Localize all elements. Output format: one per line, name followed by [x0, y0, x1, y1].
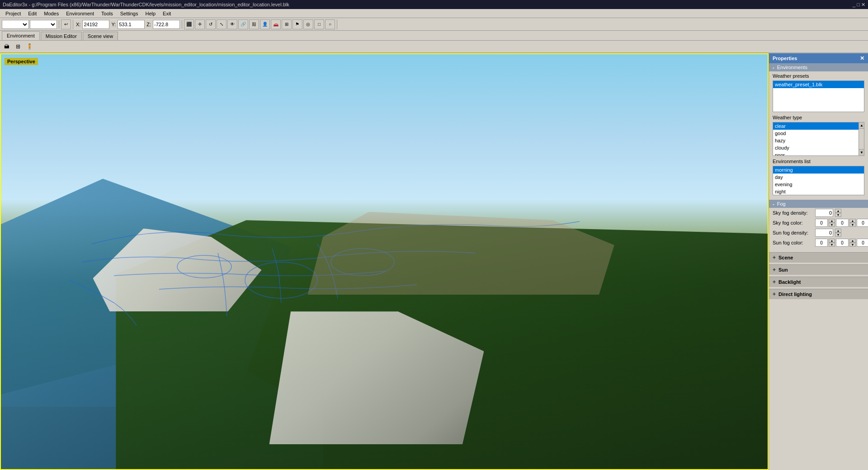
sun-fog-density-up[interactable]: ▲ [835, 229, 841, 233]
sun-fog-r-down[interactable]: ▼ [829, 243, 835, 247]
select-tool-btn[interactable]: ⬛ [184, 19, 194, 29]
sky-fog-density-up[interactable]: ▲ [835, 209, 841, 213]
sun-plus-icon: + [773, 267, 776, 273]
environments-list-label: Environments list [769, 157, 868, 165]
weather-type-scroll-down[interactable]: ▼ [859, 149, 864, 155]
undo-btn[interactable]: ↩ [61, 19, 71, 29]
menu-settings[interactable]: Settings [117, 10, 142, 17]
circle-btn[interactable]: ○ [325, 19, 335, 29]
flag-btn[interactable]: ⚑ [292, 19, 302, 29]
sky-fog-density-down[interactable]: ▼ [835, 213, 841, 217]
menu-environment[interactable]: Environment [62, 10, 98, 17]
x-input[interactable] [82, 20, 109, 29]
menu-tools[interactable]: Tools [98, 10, 117, 17]
toolbar-select[interactable] [2, 20, 29, 29]
backlight-section[interactable]: + Backlight [769, 277, 868, 287]
env-evening[interactable]: evening [773, 181, 864, 188]
person-btn[interactable]: 👤 [260, 19, 270, 29]
weather-type-hazy[interactable]: hazy [773, 137, 859, 144]
toolbar-select2[interactable] [30, 20, 57, 29]
rotate-tool-btn[interactable]: ↺ [206, 19, 216, 29]
environments-list[interactable]: morning day evening night [773, 166, 864, 195]
tab-scene-view[interactable]: Scene view [83, 32, 118, 40]
sun-fog-density-input[interactable] [815, 229, 833, 237]
sun-fog-g-down[interactable]: ▼ [849, 243, 856, 247]
viewport[interactable]: Perspective [0, 53, 769, 470]
weather-type-good[interactable]: good [773, 130, 859, 137]
maximize-btn[interactable]: □ [857, 2, 860, 7]
fog-section-label: Fog [777, 201, 786, 207]
menu-edit[interactable]: Edit [24, 10, 40, 17]
scene-section[interactable]: + Scene [769, 252, 868, 263]
y-label: Y: [110, 22, 117, 27]
sky-fog-density-input[interactable] [815, 209, 833, 217]
main-content: Perspective Properties ✕ - Environments … [0, 53, 868, 470]
sun-fog-g[interactable] [836, 239, 849, 247]
sun-section[interactable]: + Sun [769, 264, 868, 275]
backlight-plus-icon: + [773, 279, 776, 285]
weather-type-clear[interactable]: clear [773, 122, 859, 130]
environments-section-header[interactable]: - Environments [769, 63, 868, 71]
menu-help[interactable]: Help [142, 10, 159, 17]
sky-fog-density-spin: ▲ ▼ [835, 209, 841, 217]
fog-collapse-btn[interactable]: - [773, 201, 774, 207]
minimize-btn[interactable]: _ [853, 2, 855, 7]
link-btn[interactable]: 🔗 [238, 19, 248, 29]
tab-mission-editor[interactable]: Mission Editor [41, 32, 82, 40]
menu-modes[interactable]: Modes [40, 10, 62, 17]
sky-fog-b[interactable] [857, 219, 868, 227]
env-morning[interactable]: morning [773, 166, 864, 174]
panel-title: Properties [773, 56, 797, 61]
z-input[interactable] [153, 20, 180, 29]
env-day[interactable]: day [773, 174, 864, 181]
close-btn[interactable]: ✕ [861, 2, 865, 7]
weather-type-scroll-up[interactable]: ▲ [859, 122, 864, 129]
sun-fog-r[interactable] [815, 239, 828, 247]
weather-type-cloudy[interactable]: cloudy [773, 144, 859, 151]
weather-presets-label: Weather presets [769, 71, 868, 80]
sky-fog-g-up[interactable]: ▲ [849, 219, 856, 223]
icon-toolbar: 🏔 ⊞ 🧍 [0, 41, 868, 53]
toolbar-select-group [2, 20, 59, 29]
sun-fog-density-down[interactable]: ▼ [835, 233, 841, 237]
landscape-icon-btn[interactable]: 🏔 [2, 42, 12, 52]
car-btn[interactable]: 🚗 [271, 19, 281, 29]
unlink-btn[interactable]: ⛓ [249, 19, 259, 29]
eye-tool-btn[interactable]: 👁 [227, 19, 237, 29]
box-btn[interactable]: □ [314, 19, 324, 29]
sun-fog-density-label: Sun fog density: [773, 230, 813, 235]
sky-fog-r-up[interactable]: ▲ [829, 219, 835, 223]
sun-fog-r-up[interactable]: ▲ [829, 239, 835, 243]
sky-fog-g[interactable] [836, 219, 849, 227]
panel-header: Properties ✕ [769, 53, 868, 63]
sky-fog-g-down[interactable]: ▼ [849, 223, 856, 227]
target-btn[interactable]: ◎ [303, 19, 313, 29]
sky-fog-r[interactable] [815, 219, 828, 227]
sky-fog-density-label: Sky fog density: [773, 210, 813, 216]
weather-preset-item-0[interactable]: weather_preset_1.blk [773, 81, 864, 88]
environments-collapse-btn[interactable]: - [773, 65, 774, 70]
tab-environment[interactable]: Environment [2, 31, 40, 40]
panel-close-btn[interactable]: ✕ [860, 55, 864, 61]
y-input[interactable] [118, 20, 145, 29]
weather-type-list[interactable]: clear good hazy cloudy poor blind ▲ ▼ [773, 122, 864, 156]
grid-icon-btn[interactable]: ⊞ [13, 42, 23, 52]
direct-lighting-section[interactable]: + Direct lighting [769, 289, 868, 299]
fog-section-header[interactable]: - Fog [769, 200, 868, 208]
scene-section-label: Scene [778, 255, 793, 260]
weather-type-poor[interactable]: poor [773, 151, 859, 155]
sun-fog-color-inputs: ▲ ▼ ▲ ▼ ▲ ▼ [815, 239, 868, 247]
scale-tool-btn[interactable]: ⤡ [217, 19, 226, 29]
move-tool-btn[interactable]: ✛ [195, 19, 205, 29]
title-text: DaEditor3x - g:/Program Files (x86)/WarT… [3, 2, 289, 7]
person-icon-btn[interactable]: 🧍 [24, 42, 34, 52]
toolbar: ↩ X: Y: Z: ⬛ ✛ ↺ ⤡ 👁 🔗 ⛓ 👤 🚗 ⊞ ⚑ ◎ □ ○ [0, 18, 868, 31]
weather-presets-list[interactable]: weather_preset_1.blk [773, 80, 864, 112]
sun-fog-g-up[interactable]: ▲ [849, 239, 856, 243]
env-night[interactable]: night [773, 188, 864, 195]
menu-project[interactable]: Project [2, 10, 24, 17]
menu-exit[interactable]: Exit [159, 10, 175, 17]
sky-fog-r-down[interactable]: ▼ [829, 223, 835, 227]
grid-btn[interactable]: ⊞ [282, 19, 292, 29]
sun-fog-b[interactable] [857, 239, 868, 247]
